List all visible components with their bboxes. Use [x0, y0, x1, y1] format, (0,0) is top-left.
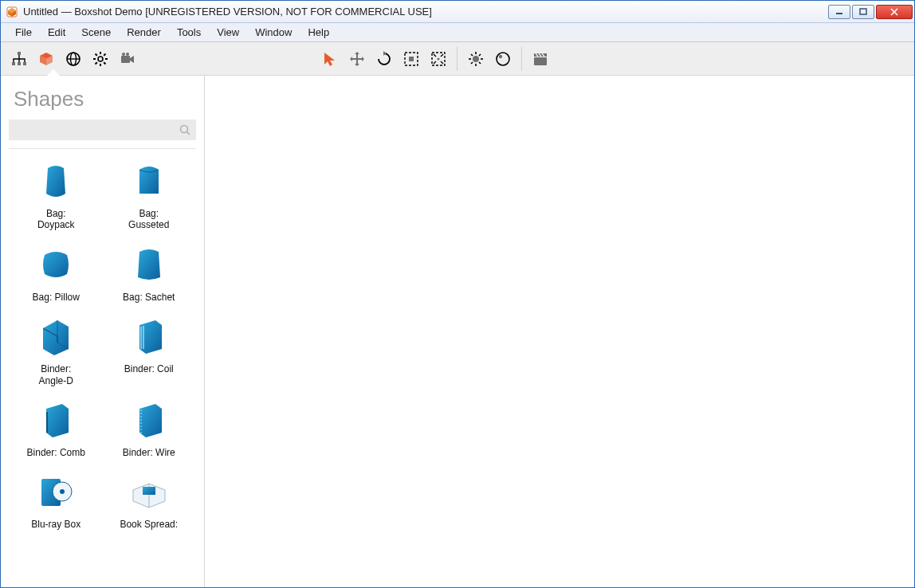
- shape-item-bag-gusseted[interactable]: Bag: Gusseted: [105, 159, 194, 231]
- shape-label: Binder: Angle-D: [12, 363, 100, 386]
- menu-file[interactable]: File: [7, 24, 40, 41]
- shape-item-bluray-box[interactable]: Blu-ray Box: [12, 469, 100, 530]
- window-title: Untitled — Boxshot Demo [UNREGISTERED VE…: [23, 6, 432, 18]
- arrow-icon[interactable]: [316, 45, 344, 73]
- binder-angled-icon: [33, 314, 78, 359]
- app-icon: [6, 6, 18, 18]
- shape-item-binder-angled[interactable]: Binder: Angle-D: [12, 314, 100, 386]
- minimize-button[interactable]: [828, 5, 850, 19]
- sphere-icon[interactable]: [489, 45, 516, 73]
- shape-label: Binder: Coil: [105, 363, 194, 374]
- bag-doypack-icon: [33, 159, 78, 203]
- sidebar: Shapes Bag: DoypackBag: GussetedBag: Pil…: [1, 76, 205, 587]
- svg-rect-2: [860, 9, 866, 14]
- shape-item-bag-pillow[interactable]: Bag: Pillow: [12, 242, 100, 303]
- shape-label: Blu-ray Box: [12, 519, 100, 530]
- bluray-box-icon: [33, 469, 78, 514]
- search-icon: [179, 123, 191, 136]
- shape-item-bag-doypack[interactable]: Bag: Doypack: [12, 159, 100, 231]
- shape-label: Bag: Sachet: [105, 292, 194, 303]
- search-input[interactable]: [9, 120, 196, 140]
- close-button[interactable]: [876, 5, 913, 19]
- shape-item-bag-sachet[interactable]: Bag: Sachet: [105, 242, 194, 303]
- camera-icon[interactable]: [114, 45, 141, 73]
- shape-label: Bag: Pillow: [12, 292, 100, 303]
- shape-label: Binder: Wire: [105, 447, 194, 458]
- active-tab-pointer: [47, 69, 60, 76]
- toolbar-separator: [457, 47, 457, 71]
- fit-all-icon[interactable]: [425, 45, 452, 73]
- menubar: FileEditSceneRenderToolsViewWindowHelp: [1, 23, 914, 42]
- shape-item-book-spread[interactable]: Book Spread:: [105, 469, 194, 530]
- gear-icon[interactable]: [87, 45, 114, 73]
- menu-render[interactable]: Render: [119, 24, 169, 41]
- binder-coil-icon: [127, 314, 171, 359]
- toolbar: [1, 42, 914, 76]
- shape-item-binder-wire[interactable]: Binder: Wire: [105, 398, 194, 458]
- toolbar-separator: [521, 47, 522, 71]
- search-wrapper: [9, 120, 196, 140]
- bag-pillow-icon: [33, 242, 78, 287]
- divider: [9, 148, 196, 149]
- menu-view[interactable]: View: [209, 24, 247, 41]
- book-spread-icon: [127, 469, 171, 514]
- menu-scene[interactable]: Scene: [73, 24, 119, 41]
- tree-icon[interactable]: [6, 45, 33, 73]
- shape-label: Book Spread:: [105, 519, 194, 530]
- menu-edit[interactable]: Edit: [40, 24, 73, 41]
- fit-icon[interactable]: [398, 45, 425, 73]
- light-icon[interactable]: [462, 45, 489, 73]
- globe-icon[interactable]: [60, 45, 87, 73]
- shape-list[interactable]: Bag: DoypackBag: GussetedBag: PillowBag:…: [9, 154, 196, 587]
- sidebar-title: Shapes: [14, 87, 196, 112]
- menu-tools[interactable]: Tools: [169, 24, 209, 41]
- rotate-icon[interactable]: [371, 45, 398, 73]
- box-icon[interactable]: [33, 45, 60, 73]
- clapper-icon[interactable]: [527, 45, 554, 73]
- binder-wire-icon: [127, 398, 171, 442]
- viewport[interactable]: [205, 76, 914, 587]
- svg-point-3: [181, 126, 188, 133]
- menu-window[interactable]: Window: [247, 24, 300, 41]
- menu-help[interactable]: Help: [300, 24, 337, 41]
- titlebar: Untitled — Boxshot Demo [UNREGISTERED VE…: [1, 1, 914, 23]
- content: Shapes Bag: DoypackBag: GussetedBag: Pil…: [1, 76, 914, 587]
- move-icon[interactable]: [344, 45, 371, 73]
- maximize-button[interactable]: [852, 5, 874, 19]
- shape-item-binder-coil[interactable]: Binder: Coil: [105, 314, 194, 386]
- binder-comb-icon: [33, 398, 78, 442]
- shape-label: Binder: Comb: [12, 447, 100, 458]
- bag-sachet-icon: [127, 242, 171, 287]
- bag-gusseted-icon: [127, 159, 171, 203]
- shape-item-binder-comb[interactable]: Binder: Comb: [12, 398, 100, 458]
- shape-label: Bag: Gusseted: [105, 208, 194, 231]
- shape-label: Bag: Doypack: [12, 208, 100, 231]
- svg-line-4: [187, 132, 190, 135]
